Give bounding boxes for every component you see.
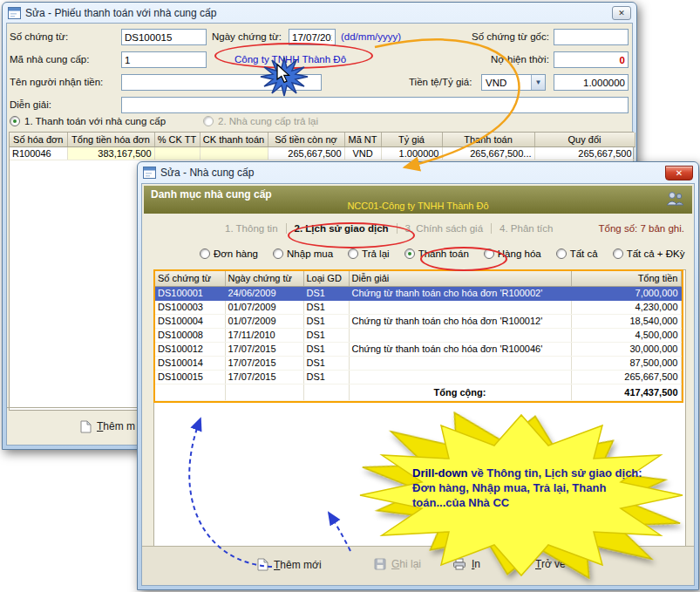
table-row[interactable]: DS10001417/07/2015DS187,500,000 <box>155 356 681 370</box>
doc-number-input[interactable] <box>121 29 207 45</box>
exchange-rate-input[interactable] <box>554 74 629 91</box>
table-cell[interactable]: 17/07/2015 <box>225 370 303 384</box>
table-cell[interactable]: DS1 <box>303 286 349 300</box>
table-cell[interactable] <box>349 356 571 370</box>
table-cell[interactable]: DS100008 <box>155 328 225 342</box>
column-header: Tỷ giá <box>381 133 442 146</box>
table-cell[interactable]: DS100014 <box>155 356 225 370</box>
table-cell[interactable]: DS100003 <box>155 300 225 314</box>
chevron-down-icon[interactable]: ▼ <box>531 75 545 90</box>
tab-phan-tich[interactable]: 4. Phân tích <box>492 223 561 234</box>
filter-label: Nhập mua <box>287 248 333 259</box>
table-cell[interactable]: DS100001 <box>155 286 225 300</box>
supplier-code-input[interactable] <box>121 51 207 68</box>
table-row[interactable]: DS10001517/07/2015DS1265,667,500 <box>155 370 681 384</box>
invoice-table: Số hóa đơnTổng tiền hóa đơn% CK TTCK tha… <box>10 133 635 160</box>
table-cell[interactable] <box>200 146 268 160</box>
radio-pay-supplier[interactable]: 1. Thanh toán với nhà cung cấp <box>10 116 166 126</box>
table-cell[interactable]: 1.000000 <box>381 146 442 160</box>
table-cell[interactable]: Chứng từ thanh toán cho hóa đơn 'R100002… <box>349 286 571 300</box>
payee-name-input[interactable] <box>121 74 322 91</box>
table-cell[interactable]: 17/07/2015 <box>225 342 303 356</box>
close-icon[interactable] <box>612 6 631 20</box>
table-cell[interactable]: 4,500,000 <box>571 328 681 342</box>
column-header: Số chứng từ <box>155 271 225 286</box>
close-icon[interactable] <box>665 166 693 180</box>
filter-hang-hoa[interactable]: Hàng hóa <box>484 248 541 259</box>
table-cell[interactable]: VND <box>344 146 381 160</box>
description-input[interactable] <box>121 97 629 113</box>
table-cell[interactable]: 265,667,500 <box>571 370 681 384</box>
table-cell[interactable] <box>154 146 200 160</box>
table-cell[interactable]: Chứng từ thanh toán cho hóa đơn 'R100046… <box>349 342 571 356</box>
current-debt-input[interactable] <box>554 51 629 68</box>
table-cell[interactable]: 87,500,000 <box>571 356 681 370</box>
table-cell[interactable]: Chứng từ thanh toán cho hóa đơn 'R100012… <box>349 314 571 328</box>
table-cell[interactable]: 4,230,000 <box>571 300 681 314</box>
tab-chinh-sach-gia[interactable]: 3. Chính sách giá <box>398 223 492 234</box>
transaction-table: Số chứng từNgày chứng từLoại GDDiễn giải… <box>155 271 682 401</box>
column-header: Diễn giải <box>349 271 571 286</box>
table-cell[interactable]: 383,167,500 <box>67 146 154 160</box>
table-row[interactable]: DS10001217/07/2015DS1Chứng từ thanh toán… <box>155 342 681 356</box>
tab-lich-su-giao-dich[interactable]: 2. Lịch sử giao dịch <box>287 223 397 234</box>
filter-nhap-mua[interactable]: Nhập mua <box>273 248 333 259</box>
add-new-button[interactable]: Thêm m <box>97 420 135 432</box>
back-button[interactable]: Trở về <box>515 558 566 570</box>
table-cell[interactable]: 01/07/2009 <box>225 314 303 328</box>
table-cell[interactable]: DS1 <box>303 356 349 370</box>
table-cell[interactable]: DS1 <box>303 370 349 384</box>
description-label: Diễn giải: <box>10 99 51 110</box>
table-cell[interactable]: 265,667,500 <box>534 146 635 160</box>
filter-label: Tất cả + ĐKỳ <box>627 248 685 259</box>
supplier-name-link[interactable]: Công ty TNHH Thành Đô <box>234 54 346 65</box>
table-cell[interactable]: DS1 <box>303 300 349 314</box>
window2-titlebar[interactable]: Sửa - Nhà cung cấp <box>138 162 698 183</box>
table-cell[interactable]: 7,000,000 <box>571 286 681 300</box>
table-cell[interactable]: 265,667,500 <box>268 146 344 160</box>
window1-titlebar[interactable]: Sửa - Phiếu thanh toán với nhà cung cấp <box>3 3 636 23</box>
table-cell[interactable]: 30,000,000 <box>571 342 681 356</box>
table-cell[interactable]: 17/11/2010 <box>225 328 303 342</box>
table-cell[interactable]: DS1 <box>303 328 349 342</box>
radio-supplier-return[interactable]: 2. Nhà cung cấp trả lại <box>203 116 318 126</box>
save-button[interactable]: Ghi lại <box>374 558 421 570</box>
filter-thanh-toan[interactable]: Thanh toán <box>404 248 469 259</box>
tab-thong-tin[interactable]: 1. Thông tin <box>217 223 286 234</box>
radio-pay-supplier-label: 1. Thanh toán với nhà cung cấp <box>24 116 166 126</box>
table-cell[interactable]: DS100015 <box>155 370 225 384</box>
table-cell[interactable]: DS1 <box>303 342 349 356</box>
filter-tat-ca[interactable]: Tất cả <box>556 248 598 259</box>
table-cell[interactable]: R100046 <box>10 146 67 160</box>
currency-rate-label: Tiền tệ/Tỷ giá: <box>409 77 472 87</box>
table-cell[interactable]: 265,667,500... <box>442 146 534 160</box>
filter-tra-lai[interactable]: Trả lại <box>348 248 390 259</box>
print-button[interactable]: In <box>452 558 480 570</box>
table-cell[interactable]: 17/07/2015 <box>225 356 303 370</box>
table-row[interactable]: DS10000817/11/2010DS14,500,000 <box>155 328 681 342</box>
table-cell[interactable]: 24/06/2009 <box>225 286 303 300</box>
currency-select[interactable]: VND ▼ <box>481 74 546 91</box>
total-label: Tổng cộng: <box>349 384 571 400</box>
original-doc-input[interactable] <box>554 29 629 45</box>
table-cell[interactable]: DS1 <box>303 314 349 328</box>
table-cell[interactable]: 01/07/2009 <box>225 300 303 314</box>
table-cell[interactable] <box>349 328 571 342</box>
total-value: 417,437,500 <box>571 384 681 400</box>
table-cell[interactable] <box>349 370 571 384</box>
table-cell[interactable]: DS100004 <box>155 314 225 328</box>
doc-date-input[interactable] <box>289 29 336 45</box>
printer-icon <box>452 558 466 570</box>
column-header: Quy đổi <box>534 133 635 146</box>
table-row[interactable]: DS10000301/07/2009DS14,230,000 <box>155 300 681 314</box>
add-new-button[interactable]: Thêm mới <box>257 558 322 571</box>
supplier-identity: NCC01-Công ty TNHH Thành Đô <box>144 201 692 211</box>
table-row[interactable]: DS10000401/07/2009DS1Chứng từ thanh toán… <box>155 314 681 328</box>
filter-tat-ca-dky[interactable]: Tất cả + ĐKỳ <box>613 248 685 259</box>
filter-don-hang[interactable]: Đơn hàng <box>200 248 258 259</box>
table-cell[interactable]: DS100012 <box>155 342 225 356</box>
table-row[interactable]: R100046383,167,500265,667,500VND1.000000… <box>10 146 635 160</box>
table-row[interactable]: DS10000124/06/2009DS1Chứng từ thanh toán… <box>155 286 681 300</box>
table-cell[interactable] <box>349 300 571 314</box>
table-cell[interactable]: 18,540,000 <box>571 314 681 328</box>
